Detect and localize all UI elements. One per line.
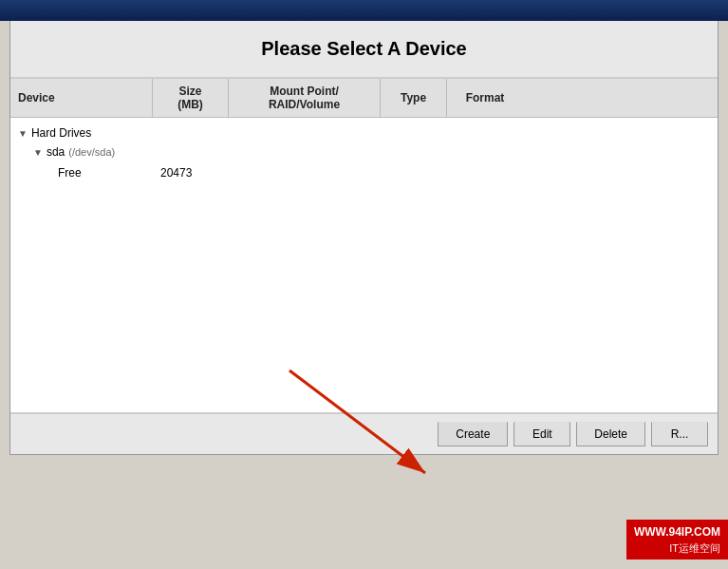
watermark-site: WWW.94IP.COM: [634, 523, 720, 541]
col-mount: Mount Point/RAID/Volume: [229, 79, 381, 117]
table-row[interactable]: Free 20473: [10, 161, 718, 184]
list-item[interactable]: ▼ sda (/dev/sda): [10, 142, 718, 161]
device-path: (/dev/sda): [68, 146, 115, 158]
title-section: Please Select A Device: [10, 21, 718, 78]
col-size: Size(MB): [153, 79, 229, 117]
button-bar: Create Edit Delete R...: [10, 413, 718, 454]
cell-format: [447, 163, 523, 182]
watermark: WWW.94IP.COM IT运维空间: [626, 520, 728, 560]
page-title: Please Select A Device: [29, 38, 699, 60]
col-device: Device: [10, 79, 153, 117]
reset-button[interactable]: R...: [651, 422, 708, 446]
edit-button[interactable]: Edit: [513, 422, 570, 446]
cell-device: Free: [10, 163, 153, 182]
device-label: sda: [47, 145, 65, 159]
delete-button[interactable]: Delete: [576, 422, 645, 446]
create-button[interactable]: Create: [438, 422, 508, 446]
list-item[interactable]: ▼ Hard Drives: [10, 123, 718, 142]
table-container: Device Size(MB) Mount Point/RAID/Volume …: [10, 78, 718, 413]
top-bar: [0, 0, 728, 21]
col-type: Type: [381, 79, 447, 117]
chevron-icon: ▼: [18, 128, 28, 139]
chevron-icon: ▼: [33, 147, 43, 158]
table-body: ▼ Hard Drives ▼ sda (/dev/sda) Free 2047…: [10, 118, 718, 412]
group-label: Hard Drives: [31, 126, 91, 140]
col-format: Format: [447, 79, 523, 117]
cell-size: 20473: [153, 163, 229, 182]
cell-type: [381, 163, 447, 182]
table-header: Device Size(MB) Mount Point/RAID/Volume …: [10, 79, 718, 118]
main-window: Please Select A Device Device Size(MB) M…: [9, 21, 719, 455]
cell-mount: [229, 163, 381, 182]
watermark-text: IT运维空间: [634, 541, 720, 557]
